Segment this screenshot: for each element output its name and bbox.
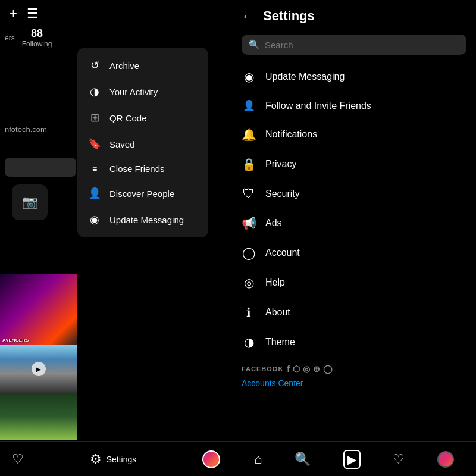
left-panel: + ☰ ers 88 Following nfotech.com 📷 AVENG…: [0, 0, 232, 476]
avatar-right[interactable]: [437, 451, 454, 468]
settings-item-account[interactable]: ◯ Account: [232, 238, 476, 268]
about-icon: ℹ: [242, 305, 256, 320]
menu-item-discover-people[interactable]: 👤 Discover People: [77, 180, 208, 206]
activity-icon: ◑: [88, 85, 101, 98]
camera-icon: 📷: [22, 195, 38, 210]
home-nav-icon[interactable]: ⌂: [254, 452, 262, 467]
bottom-nav-left: ♡ ⚙ Settings: [0, 441, 232, 476]
images-grid: AVENGERS ▶: [0, 274, 77, 440]
search-bar-left[interactable]: [5, 158, 76, 177]
help-icon: ◎: [242, 275, 256, 290]
menu-item-archive[interactable]: ↺ Archive: [77, 52, 208, 79]
settings-title: Settings: [263, 8, 315, 24]
privacy-icon: 🔒: [242, 157, 256, 171]
avatar-left[interactable]: [202, 450, 220, 468]
settings-item-security[interactable]: 🛡 Security: [232, 179, 476, 208]
theme-label: Theme: [265, 337, 295, 347]
qr-icon: ⊞: [88, 111, 101, 124]
website-text: nfotech.com: [5, 125, 47, 134]
search-bar-right[interactable]: 🔍: [242, 35, 466, 55]
archive-icon: ↺: [88, 59, 101, 72]
close-friends-icon: ≡: [88, 164, 101, 174]
menu-item-your-activity[interactable]: ◑ Your Activity: [77, 79, 208, 105]
update-messaging-label: Update Messaging: [265, 71, 345, 82]
settings-list: ◉ Update Messaging 👤 Follow and Invite F…: [232, 60, 476, 441]
following-count: 88: [31, 27, 43, 40]
settings-item-about[interactable]: ℹ About: [232, 298, 476, 327]
settings-item-help[interactable]: ◎ Help: [232, 268, 476, 298]
facebook-text: FACEBOOK: [242, 365, 283, 372]
fb-icon-2: ⬡: [293, 364, 300, 374]
messaging-icon-left: ◉: [88, 213, 101, 226]
saved-label: Saved: [109, 139, 135, 149]
settings-item-ads[interactable]: 📢 Ads: [232, 208, 476, 238]
avengers-text: AVENGERS: [2, 337, 29, 343]
security-icon: 🛡: [242, 187, 256, 201]
update-messaging-icon: ◉: [242, 70, 256, 84]
settings-item-update-messaging[interactable]: ◉ Update Messaging: [232, 62, 476, 92]
heart-nav-icon-right[interactable]: ♡: [393, 452, 405, 467]
account-label: Account: [265, 248, 300, 258]
close-friends-label: Close Friends: [109, 164, 165, 174]
settings-nav-item[interactable]: ⚙ Settings: [90, 452, 137, 467]
road-image[interactable]: ▶: [0, 345, 77, 393]
settings-item-notifications[interactable]: 🔔 Notifications: [232, 120, 476, 149]
search-nav-icon[interactable]: 🔍: [295, 452, 311, 467]
avengers-image[interactable]: AVENGERS: [0, 274, 77, 345]
saved-icon: 🔖: [88, 137, 101, 151]
following-box[interactable]: 88 Following: [22, 27, 52, 48]
settings-item-theme[interactable]: ◑ Theme: [232, 327, 476, 357]
help-label: Help: [265, 277, 285, 288]
facebook-label: FACEBOOK f ⬡ ◎ ⊕ ◯: [242, 364, 466, 374]
discover-icon: 👤: [88, 187, 101, 200]
fb-icon-5: ◯: [323, 364, 333, 374]
reels-nav-icon[interactable]: ▶: [343, 450, 361, 469]
settings-header: ← Settings: [232, 0, 476, 32]
about-label: About: [265, 307, 290, 318]
ads-label: Ads: [265, 218, 282, 228]
play-button[interactable]: ▶: [32, 362, 46, 376]
facebook-section: FACEBOOK f ⬡ ◎ ⊕ ◯ Accounts Center: [232, 357, 476, 396]
activity-label: Your Activity: [109, 87, 158, 97]
bottom-nav-right: ⌂ 🔍 ▶ ♡: [232, 441, 476, 476]
menu-item-saved[interactable]: 🔖 Saved: [77, 131, 208, 157]
fb-icon-1: f: [287, 364, 290, 374]
menu-item-update-messaging[interactable]: ◉ Update Messaging: [77, 206, 208, 233]
settings-item-privacy[interactable]: 🔒 Privacy: [232, 149, 476, 179]
top-bar: + ☰: [0, 0, 232, 27]
follow-invite-icon: 👤: [242, 99, 256, 112]
menu-item-close-friends[interactable]: ≡ Close Friends: [77, 157, 208, 180]
messaging-label-left: Update Messaging: [109, 215, 184, 225]
search-input[interactable]: [265, 40, 459, 50]
dropdown-menu: ↺ Archive ◑ Your Activity ⊞ QR Code 🔖 Sa…: [77, 48, 208, 237]
accounts-center-link[interactable]: Accounts Center: [242, 376, 466, 394]
plus-icon[interactable]: +: [10, 6, 17, 21]
qr-label: QR Code: [109, 113, 147, 123]
search-icon: 🔍: [249, 39, 260, 50]
green-image[interactable]: [0, 393, 77, 440]
notifications-label: Notifications: [265, 129, 317, 140]
security-label: Security: [265, 189, 300, 199]
menu-item-qr-code[interactable]: ⊞ QR Code: [77, 105, 208, 131]
followers-box: ers: [5, 34, 15, 42]
archive-label: Archive: [109, 61, 139, 71]
camera-area[interactable]: 📷: [12, 184, 48, 220]
notifications-icon: 🔔: [242, 127, 256, 142]
discover-label: Discover People: [109, 189, 174, 199]
settings-item-follow-invite[interactable]: 👤 Follow and Invite Friends: [232, 92, 476, 120]
theme-icon: ◑: [242, 335, 256, 349]
settings-icon: ⚙: [90, 452, 102, 467]
menu-icon[interactable]: ☰: [27, 6, 39, 21]
heart-nav-icon-left[interactable]: ♡: [12, 452, 24, 467]
followers-label: ers: [5, 34, 15, 42]
account-icon: ◯: [242, 246, 256, 260]
facebook-icons: f ⬡ ◎ ⊕ ◯: [287, 364, 333, 374]
fb-icon-4: ⊕: [313, 364, 321, 374]
privacy-label: Privacy: [265, 159, 296, 170]
following-label: Following: [22, 40, 52, 48]
back-button[interactable]: ←: [242, 10, 253, 23]
follow-invite-label: Follow and Invite Friends: [265, 101, 371, 111]
right-panel: ← Settings 🔍 ◉ Update Messaging 👤 Follow…: [232, 0, 476, 476]
ads-icon: 📢: [242, 216, 256, 230]
fb-icon-3: ◎: [303, 364, 311, 374]
